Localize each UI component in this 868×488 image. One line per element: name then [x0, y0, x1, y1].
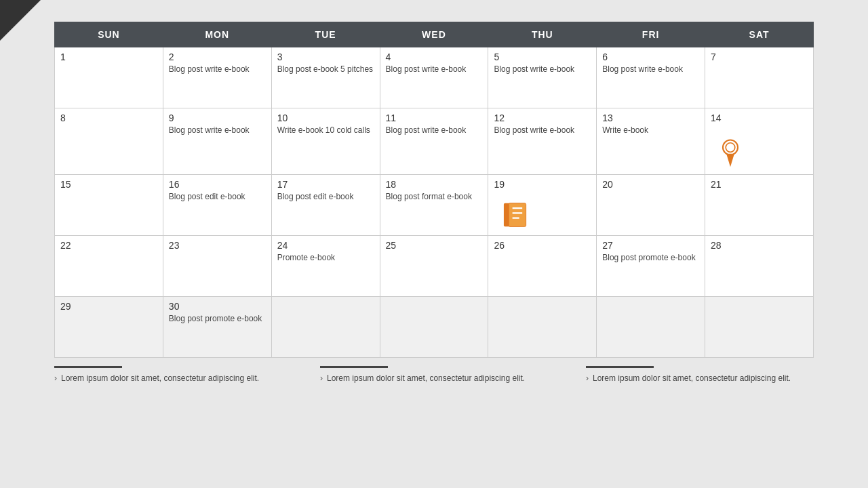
calendar-cell: 1 [55, 47, 163, 108]
calendar-wrapper: SUNMONTUEWEDTHUFRISAT 12Blog post write … [0, 22, 868, 358]
calendar-cell [597, 297, 705, 358]
svg-point-0 [723, 140, 738, 155]
day-event: Blog post write e-book [169, 125, 250, 135]
day-number: 9 [169, 113, 266, 123]
calendar-cell [705, 297, 814, 358]
svg-marker-2 [726, 154, 734, 167]
calendar-cell: 24Promote e-book [271, 236, 380, 297]
day-number: 30 [169, 301, 266, 312]
day-event: Blog post promote e-book [169, 314, 262, 323]
day-number: 7 [711, 52, 808, 62]
footer-item-2: › Lorem ipsum dolor sit amet, consectetu… [320, 366, 548, 384]
day-number: 13 [602, 113, 699, 123]
calendar-cell: 27Blog post promote e-book [597, 236, 705, 297]
calendar-cell: 20 [597, 175, 705, 236]
calendar-table: SUNMONTUEWEDTHUFRISAT 12Blog post write … [54, 22, 814, 358]
footer-arrow-icon: › [54, 372, 57, 384]
day-number: 21 [711, 179, 808, 190]
page-title [0, 0, 868, 22]
day-number: 3 [277, 52, 374, 62]
calendar-cell: 10Write e-book 10 cold calls [271, 108, 380, 175]
day-header-wed: WED [380, 22, 488, 47]
footer-text: › Lorem ipsum dolor sit amet, consectetu… [586, 372, 814, 384]
footer-line [54, 366, 122, 368]
day-event: Blog post write e-book [494, 125, 574, 135]
day-number: 17 [277, 179, 374, 190]
calendar-cell: 7 [705, 47, 814, 108]
day-event: Blog post edit e-book [169, 192, 245, 201]
day-event: Blog post write e-book [386, 64, 467, 74]
day-number: 11 [386, 113, 483, 123]
day-number: 1 [60, 52, 157, 62]
footer-line [586, 366, 654, 368]
day-number: 25 [386, 240, 483, 251]
svg-rect-4 [509, 203, 526, 227]
calendar-cell: 16Blog post edit e-book [163, 175, 271, 236]
day-header-fri: FRI [597, 22, 705, 47]
calendar-cell: 12Blog post write e-book [488, 108, 597, 175]
footer-item-3: › Lorem ipsum dolor sit amet, consectetu… [586, 366, 814, 384]
calendar-cell: 25 [380, 236, 488, 297]
calendar-cell: 5Blog post write e-book [488, 47, 597, 108]
day-event: Blog post write e-book [169, 64, 250, 74]
day-number: 2 [169, 52, 266, 62]
award-icon [717, 138, 743, 170]
day-event: Write e-book [602, 125, 648, 135]
day-number: 5 [494, 52, 591, 62]
day-event: Write e-book 10 cold calls [277, 125, 370, 135]
day-header-thu: THU [488, 22, 597, 47]
day-number: 22 [60, 240, 157, 251]
day-number: 8 [60, 113, 157, 123]
footer-item-1: › Lorem ipsum dolor sit amet, consectetu… [54, 366, 282, 384]
footer-text: › Lorem ipsum dolor sit amet, consectetu… [54, 372, 282, 384]
day-number: 20 [602, 179, 699, 190]
day-number: 29 [60, 301, 157, 312]
calendar-cell: 2Blog post write e-book [163, 47, 271, 108]
calendar-cell: 3Blog post e-book 5 pitches [271, 47, 380, 108]
svg-point-1 [726, 143, 735, 152]
day-event: Blog post edit e-book [277, 192, 354, 201]
day-number: 4 [386, 52, 483, 62]
day-event: Blog post e-book 5 pitches [277, 64, 373, 74]
day-header-tue: TUE [271, 22, 380, 47]
day-number: 6 [602, 52, 699, 62]
day-number: 18 [386, 179, 483, 190]
day-event: Promote e-book [277, 253, 335, 262]
footer-section: › Lorem ipsum dolor sit amet, consectetu… [0, 358, 868, 384]
day-number: 26 [494, 240, 591, 251]
day-number: 12 [494, 113, 591, 123]
footer-arrow-icon: › [586, 372, 589, 384]
calendar-cell: 21 [705, 175, 814, 236]
calendar-cell: 19 [488, 175, 597, 236]
calendar-cell: 17Blog post edit e-book [271, 175, 380, 236]
calendar-cell: 4Blog post write e-book [380, 47, 488, 108]
calendar-cell: 18Blog post format e-book [380, 175, 488, 236]
calendar-cell: 9Blog post write e-book [163, 108, 271, 175]
calendar-cell: 13Write e-book [597, 108, 705, 175]
day-header-sun: SUN [55, 22, 163, 47]
calendar-cell: 26 [488, 236, 597, 297]
calendar-cell: 11Blog post write e-book [380, 108, 488, 175]
day-number: 14 [711, 113, 808, 123]
calendar-cell: 28 [705, 236, 814, 297]
day-event: Blog post write e-book [386, 125, 467, 135]
day-number: 19 [494, 179, 591, 190]
calendar-cell: 8 [55, 108, 163, 175]
calendar-cell: 15 [55, 175, 163, 236]
calendar-cell: 30Blog post promote e-book [163, 297, 271, 358]
calendar-cell: 29 [55, 297, 163, 358]
day-number: 16 [169, 179, 266, 190]
calendar-cell [380, 297, 488, 358]
calendar-cell: 6Blog post write e-book [597, 47, 705, 108]
calendar-cell: 23 [163, 236, 271, 297]
footer-line [320, 366, 388, 368]
day-number: 24 [277, 240, 374, 251]
corner-decoration [0, 0, 41, 41]
day-header-sat: SAT [705, 22, 814, 47]
calendar-cell: 22 [55, 236, 163, 297]
day-event: Blog post write e-book [602, 64, 683, 74]
book-icon [500, 202, 533, 231]
calendar-cell [271, 297, 380, 358]
day-number: 28 [711, 240, 808, 251]
day-number: 27 [602, 240, 699, 251]
